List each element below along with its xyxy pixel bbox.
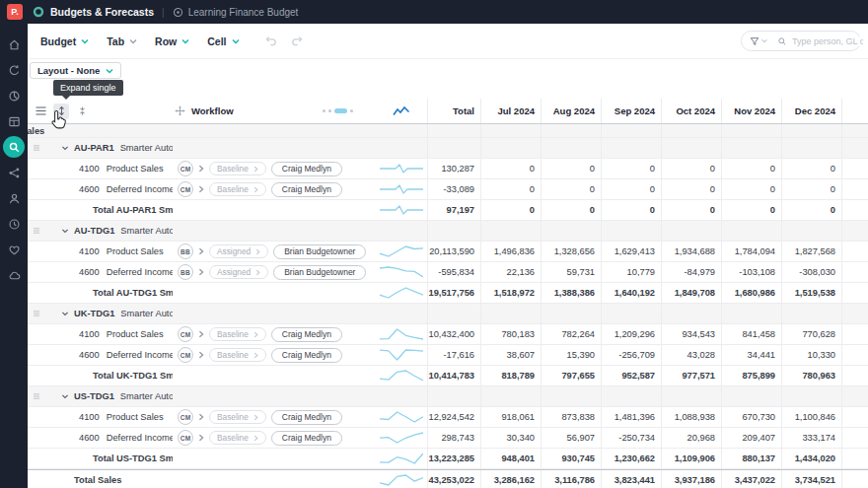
sidebar-item-share[interactable]	[3, 162, 25, 183]
workflow-badge[interactable]: CM	[178, 409, 193, 425]
workflow-badge[interactable]: BB	[178, 244, 193, 259]
cell-sep-2024[interactable]: -256,709	[601, 345, 661, 365]
column-header-oct-2024[interactable]: Oct 2024	[661, 99, 721, 123]
cell-nov-2024[interactable]: 880,137	[721, 449, 781, 468]
menu-cell[interactable]: Cell	[198, 35, 248, 47]
cell-nov-2024[interactable]: 1,680,986	[721, 283, 781, 303]
cell-oct-2024[interactable]	[661, 221, 721, 241]
row-label-cell[interactable]: Total AU-TDG1 Smarter Au...	[28, 283, 173, 303]
workflow-chevron-icon[interactable]	[198, 351, 204, 359]
search-input[interactable]	[792, 36, 863, 46]
cell-total[interactable]: 43,253,022	[427, 470, 480, 488]
drag-handle-icon[interactable]	[33, 392, 40, 400]
workflow-badge[interactable]: CM	[178, 430, 193, 446]
move-crosshair-icon[interactable]	[175, 105, 185, 116]
grid-menu-icon[interactable]	[33, 104, 48, 119]
cell-total[interactable]: 19,517,756	[427, 283, 480, 303]
cell-total[interactable]: 130,287	[427, 159, 480, 178]
cell-sep-2024[interactable]: 0	[601, 159, 661, 178]
cell-dec-2024[interactable]: 3,734,521	[781, 470, 841, 488]
column-page-dots[interactable]	[323, 108, 353, 113]
cell-sep-2024[interactable]	[601, 221, 661, 241]
workflow-chevron-icon[interactable]	[198, 247, 204, 255]
column-header-aug-2024[interactable]: Aug 2024	[541, 99, 601, 123]
cell-oct-2024[interactable]: 977,571	[661, 366, 721, 385]
cell-jul-2024[interactable]: 818,789	[480, 366, 541, 385]
workflow-owner-button[interactable]: Craig Medlyn	[271, 410, 342, 425]
cell-oct-2024[interactable]: 1,109,906	[661, 449, 721, 468]
sidebar-item-favorites-heart[interactable]	[3, 239, 25, 260]
cell-jul-2024[interactable]	[480, 304, 541, 323]
workflow-owner-button[interactable]: Craig Medlyn	[271, 348, 342, 363]
cell-total[interactable]	[427, 221, 480, 241]
cell-dec-2024[interactable]	[781, 221, 841, 241]
cell-sep-2024[interactable]: 10,779	[601, 262, 661, 282]
planful-logo[interactable]: P.	[7, 4, 23, 20]
cell-sep-2024[interactable]: -250,734	[601, 428, 661, 448]
sidebar-item-user[interactable]	[3, 187, 25, 209]
row-collapse-chevron-icon[interactable]	[61, 392, 69, 400]
cell-aug-2024[interactable]	[541, 304, 601, 323]
cell-jul-2024[interactable]	[480, 138, 541, 158]
cell-sep-2024[interactable]: 1,209,296	[601, 324, 661, 344]
workflow-status-pill[interactable]: Baseline	[209, 348, 266, 362]
cell-nov-2024[interactable]: 670,730	[721, 407, 781, 427]
cell-aug-2024[interactable]: 0	[541, 159, 601, 178]
cell-nov-2024[interactable]: 0	[721, 159, 781, 178]
cell-nov-2024[interactable]: 1,784,094	[721, 242, 781, 261]
sidebar-item-pie-chart[interactable]	[3, 85, 25, 106]
cell-oct-2024[interactable]: 20,968	[661, 428, 721, 448]
cell-total[interactable]: 20,113,590	[427, 242, 480, 261]
cell-oct-2024[interactable]	[661, 138, 721, 158]
row-label-cell[interactable]: Total UK-TDG1 Smarter Au...	[28, 366, 173, 385]
cell-sep-2024[interactable]: 0	[601, 179, 661, 199]
sidebar-item-search[interactable]	[3, 136, 25, 158]
cell-jul-2024[interactable]: 918,061	[480, 407, 541, 427]
cell-aug-2024[interactable]: 0	[541, 179, 601, 199]
cell-dec-2024[interactable]: 780,963	[781, 366, 841, 385]
cell-sep-2024[interactable]: 1,230,662	[601, 449, 661, 468]
menu-tab[interactable]: Tab	[98, 35, 146, 47]
cell-nov-2024[interactable]	[721, 138, 781, 158]
row-collapse-chevron-icon[interactable]	[61, 227, 69, 235]
workflow-chevron-icon[interactable]	[198, 268, 204, 276]
filter-funnel-icon[interactable]	[750, 36, 767, 46]
column-header-total[interactable]: Total	[427, 99, 480, 123]
cell-jul-2024[interactable]: 22,136	[480, 262, 541, 282]
cell-nov-2024[interactable]	[721, 304, 781, 323]
cell-nov-2024[interactable]: -103,108	[721, 262, 781, 282]
sidebar-item-history-back[interactable]	[3, 59, 25, 81]
cell-dec-2024[interactable]: 1,434,020	[781, 449, 841, 468]
cell-nov-2024[interactable]	[721, 386, 781, 406]
cell-sep-2024[interactable]	[601, 386, 661, 406]
row-label-cell[interactable]: AU-PAR1Smarter Auto AU...	[28, 138, 173, 158]
cell-dec-2024[interactable]: 1,827,568	[781, 242, 841, 261]
cell-dec-2024[interactable]: 1,100,846	[781, 407, 841, 427]
workflow-status-pill[interactable]: Baseline	[209, 327, 266, 341]
cell-total[interactable]	[427, 304, 480, 323]
drag-handle-icon[interactable]	[33, 310, 40, 317]
cell-aug-2024[interactable]: 1,328,656	[541, 242, 601, 261]
cell-jul-2024[interactable]: 0	[480, 179, 541, 199]
cell-dec-2024[interactable]: 0	[781, 200, 841, 220]
cell-sep-2024[interactable]	[601, 304, 661, 323]
column-header-jul-2024[interactable]: Jul 2024	[480, 99, 541, 123]
cell-aug-2024[interactable]	[541, 124, 601, 137]
cell-aug-2024[interactable]: 59,731	[541, 262, 601, 282]
workflow-badge[interactable]: CM	[178, 347, 193, 363]
row-label-cell[interactable]: AU-TDG1Smarter Auto AU...	[28, 221, 173, 241]
drag-handle-icon[interactable]	[33, 144, 40, 152]
workflow-badge[interactable]: CM	[178, 326, 193, 342]
column-header-sep-2024[interactable]: Sep 2024	[601, 99, 661, 123]
sparkline-column-header[interactable]	[375, 99, 427, 123]
cell-jul-2024[interactable]	[480, 386, 541, 406]
cell-total[interactable]: 13,223,285	[427, 449, 480, 468]
sidebar-item-cloud[interactable]	[3, 264, 25, 286]
cell-total[interactable]	[427, 124, 480, 137]
column-header-dec-2024[interactable]: Dec 2024	[781, 99, 841, 123]
cell-oct-2024[interactable]	[661, 386, 721, 406]
cell-aug-2024[interactable]: 1,388,386	[541, 283, 601, 303]
cell-aug-2024[interactable]: 3,116,786	[541, 470, 601, 488]
workflow-status-pill[interactable]: Assigned	[209, 244, 268, 258]
cell-oct-2024[interactable]: 934,543	[661, 324, 721, 344]
